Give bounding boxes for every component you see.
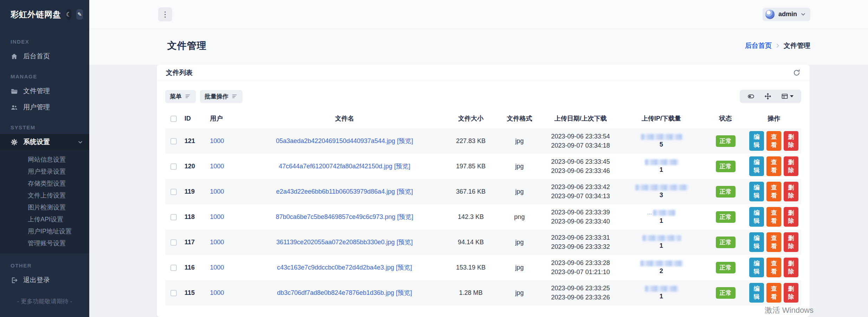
submenu-item-storage-type[interactable]: 存储类型设置	[0, 177, 89, 189]
edit-button[interactable]: 编辑	[749, 232, 764, 252]
delete-button[interactable]: 删除	[784, 258, 798, 277]
user-link[interactable]: 1000	[210, 188, 224, 195]
view-button[interactable]: 查看	[766, 258, 781, 277]
filename-link[interactable]: 05a3aeda2b4220469150d440937a544.jpg [预览]	[276, 137, 413, 144]
filename-link[interactable]: 47c644a7ef61200742fa80a2f42150d.jpg [预览]	[279, 163, 410, 170]
filter-lines-icon	[185, 93, 191, 99]
table-row: 121 1000 05a3aeda2b4220469150d440937a544…	[165, 128, 801, 154]
edit-button[interactable]: 编辑	[749, 207, 764, 227]
submenu-item-image-check[interactable]: 图片检测设置	[0, 201, 89, 213]
sidebar-item-files[interactable]: 文件管理	[0, 83, 89, 99]
user-link[interactable]: 1000	[210, 289, 224, 296]
user-link[interactable]: 1000	[210, 239, 224, 246]
dark-mode-toggle-button[interactable]: ☾	[66, 9, 72, 20]
row-checkbox[interactable]	[170, 265, 177, 271]
filename-link[interactable]: c43c163e7c9ddccbc0be72d4d2ba4e3.jpg [预览]	[277, 264, 412, 271]
topbar-menu-button[interactable]: ⋮	[158, 7, 172, 21]
upload-date: 2023-09-06 23:33:54	[546, 132, 615, 141]
table-layout-button[interactable]	[777, 92, 798, 101]
edit-button[interactable]: 编辑	[749, 156, 764, 176]
row-checkbox[interactable]	[170, 290, 177, 296]
drag-move-button[interactable]	[760, 92, 776, 101]
content: 文件列表 菜单 批量操作	[89, 65, 868, 317]
preview-link[interactable]: [预览]	[397, 137, 413, 144]
table-row: 117 1000 361139ce202055aa072e2085bb330e0…	[165, 229, 801, 255]
breadcrumb-home-link[interactable]: 后台首页	[745, 41, 772, 50]
row-checkbox[interactable]	[170, 239, 177, 246]
delete-button[interactable]: 删除	[784, 182, 798, 201]
sidebar-item-settings[interactable]: 系统设置	[0, 134, 89, 150]
sidebar-item-logout[interactable]: 退出登录	[0, 272, 89, 288]
edit-button[interactable]: 编辑	[749, 258, 764, 277]
preview-link[interactable]: [预览]	[394, 163, 410, 170]
filename-link[interactable]: db3c706df7ad8e0b824e7876eb1d36b.jpg [预览]	[277, 289, 412, 296]
row-checkbox[interactable]	[170, 138, 177, 144]
view-button[interactable]: 查看	[766, 182, 781, 201]
user-menu[interactable]: admin	[763, 8, 810, 21]
filename-link[interactable]: 87b0ca6be7c5be8469857ce49c6c973.png [预览]	[276, 213, 413, 220]
row-checkbox[interactable]	[170, 163, 177, 170]
user-link[interactable]: 1000	[210, 163, 224, 170]
preview-link[interactable]: [预览]	[396, 289, 412, 296]
cell-dates: 2023-09-06 23:33:282023-09-07 01:21:10	[543, 255, 618, 280]
filename-link[interactable]: e2a43d22ee6bb6b11b06053979d86a4.jpg [预览]	[276, 188, 413, 195]
sidebar-item-home[interactable]: 后台首页	[0, 48, 89, 64]
filename-link[interactable]: 361139ce202055aa072e2085bb330e0.jpg [预览]	[276, 239, 413, 246]
preview-link[interactable]: [预览]	[396, 264, 412, 271]
edit-button[interactable]: 编辑	[749, 283, 764, 303]
kebab-icon: ⋮	[162, 10, 169, 19]
view-button[interactable]: 查看	[766, 131, 781, 151]
col-size: 文件大小	[446, 112, 496, 128]
col-id: ID	[182, 112, 207, 128]
cell-dates: 2023-09-06 23:33:252023-09-06 23:33:26	[543, 280, 618, 305]
submenu-item-file-upload[interactable]: 文件上传设置	[0, 189, 89, 201]
view-button[interactable]: 查看	[766, 207, 781, 227]
row-checkbox[interactable]	[170, 189, 177, 195]
view-button[interactable]: 查看	[766, 232, 781, 252]
sidebar-footer-note: - 更多功能敬请期待 -	[0, 288, 89, 305]
cell-dates: 2023-09-06 23:33:392023-09-06 23:33:40	[543, 204, 618, 229]
cell-id: 115	[182, 280, 207, 305]
toggle-icon	[747, 93, 754, 100]
ip-redacted	[645, 159, 679, 165]
table-header-row: ID 用户 文件名 文件大小 文件格式 上传日期/上次下载 上传IP/下载量 状…	[165, 112, 801, 128]
batch-actions-button[interactable]: 批量操作	[200, 90, 242, 103]
delete-button[interactable]: 删除	[784, 207, 798, 227]
app-logo-title: 彩虹外链网盘	[11, 9, 61, 20]
edit-button[interactable]: 编辑	[749, 182, 764, 201]
preview-link[interactable]: [预览]	[397, 188, 413, 195]
delete-button[interactable]: 删除	[784, 232, 798, 252]
submenu-item-upload-api[interactable]: 上传API设置	[0, 213, 89, 225]
cell-ip: 1	[618, 229, 705, 255]
cell-dates: 2023-09-06 23:33:452023-09-06 23:33:46	[543, 154, 618, 179]
menu-button[interactable]: 菜单	[165, 90, 196, 103]
chevron-right-icon	[775, 43, 780, 48]
view-button[interactable]: 查看	[766, 156, 781, 176]
settings-submenu: 网站信息设置 用户登录设置 存储类型设置 文件上传设置 图片检测设置 上传API…	[0, 150, 89, 253]
edit-button[interactable]: 编辑	[749, 131, 764, 151]
main-area: ⋮ admin 文件管理 后台首页 文件管理 文件列表	[89, 0, 868, 317]
user-link[interactable]: 1000	[210, 213, 224, 220]
preview-link[interactable]: [预览]	[397, 213, 413, 220]
user-link[interactable]: 1000	[210, 137, 224, 144]
user-link[interactable]: 1000	[210, 264, 224, 271]
preview-link[interactable]: [预览]	[396, 239, 413, 246]
submenu-item-admin-account[interactable]: 管理账号设置	[0, 237, 89, 249]
status-badge: 正常	[716, 161, 736, 172]
delete-button[interactable]: 删除	[784, 131, 798, 151]
download-count: 5	[660, 141, 663, 148]
submenu-item-user-login[interactable]: 用户登录设置	[0, 166, 89, 177]
delete-button[interactable]: 删除	[784, 283, 798, 303]
delete-button[interactable]: 删除	[784, 156, 798, 176]
edit-theme-button[interactable]: ✎	[76, 9, 83, 20]
sidebar-item-users[interactable]: 用户管理	[0, 99, 89, 115]
view-button[interactable]: 查看	[766, 283, 781, 303]
submenu-item-site-info[interactable]: 网站信息设置	[0, 154, 89, 166]
toggle-columns-button[interactable]	[743, 92, 759, 101]
select-all-checkbox[interactable]	[170, 116, 177, 122]
refresh-icon[interactable]	[793, 69, 801, 77]
submenu-item-user-ip[interactable]: 用户IP地址设置	[0, 225, 89, 237]
breadcrumb-current: 文件管理	[784, 41, 810, 50]
row-checkbox[interactable]	[170, 214, 177, 220]
nav-section-index: INDEX	[0, 34, 89, 48]
